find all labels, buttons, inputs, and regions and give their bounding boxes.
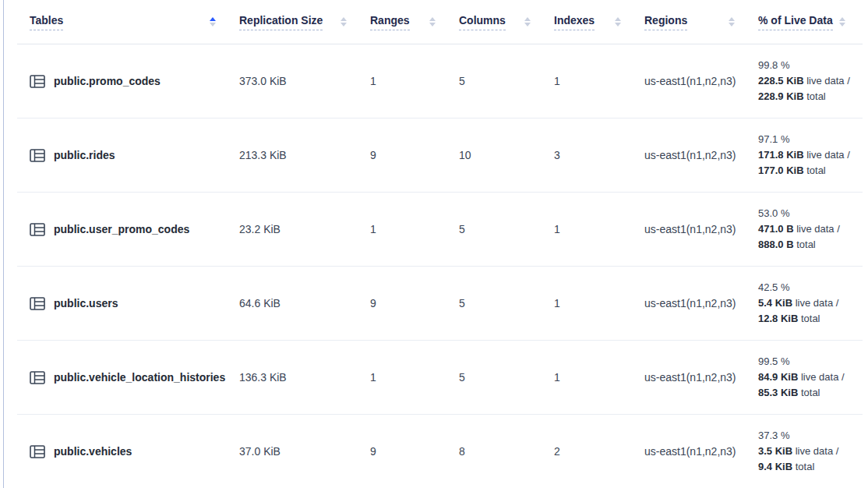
caret-down-icon <box>210 23 216 27</box>
table-icon <box>30 223 45 236</box>
live-data-size-line: 3.5 KiB live data / <box>758 444 863 459</box>
ranges-cell: 1 <box>370 193 459 267</box>
caret-down-icon <box>524 23 531 27</box>
total-size-line: 228.9 KiB total <box>758 89 863 104</box>
caret-down-icon <box>429 23 436 27</box>
replication-size-cell: 64.6 KiB <box>239 267 370 341</box>
regions-cell: us-east1(n1,n2,n3) <box>644 341 758 415</box>
column-header-regions[interactable]: Regions <box>644 0 758 44</box>
live-data-size-line: 171.8 KiB live data / <box>758 147 863 163</box>
table-name-link[interactable]: public.vehicles <box>54 445 132 458</box>
indexes-cell: 1 <box>554 44 644 118</box>
sort-icon[interactable] <box>729 17 735 27</box>
table-row[interactable]: public.promo_codes 373.0 KiB 1 5 1 us-ea… <box>17 44 863 118</box>
column-header-regions-label: Regions <box>644 14 687 30</box>
columns-cell: 5 <box>459 341 554 415</box>
replication-size-cell: 213.3 KiB <box>239 118 370 193</box>
sort-icon[interactable] <box>340 17 347 27</box>
live-data-cell: 53.0 % 471.0 B live data / 888.0 B total <box>758 193 863 267</box>
live-data-percent: 53.0 % <box>758 206 863 221</box>
table-name-cell: public.vehicles <box>17 415 239 488</box>
database-tables-list: Tables Replication Size Ranges Columns <box>17 0 863 488</box>
regions-cell: us-east1(n1,n2,n3) <box>644 44 758 118</box>
live-data-percent: 99.8 % <box>758 58 863 73</box>
total-size-line: 888.0 B total <box>758 237 863 253</box>
indexes-cell: 1 <box>554 193 644 267</box>
table-name-link[interactable]: public.promo_codes <box>54 75 161 87</box>
column-header-ranges[interactable]: Ranges <box>370 0 459 44</box>
indexes-cell: 1 <box>554 341 644 415</box>
columns-cell: 8 <box>459 415 554 488</box>
table-row[interactable]: public.rides 213.3 KiB 9 10 3 us-east1(n… <box>17 118 863 193</box>
left-edge-divider <box>3 0 4 488</box>
caret-up-icon <box>839 17 845 21</box>
table-name-link[interactable]: public.user_promo_codes <box>54 223 189 235</box>
table-name-cell: public.vehicle_location_histories <box>17 341 239 415</box>
column-header-tables[interactable]: Tables <box>17 0 239 44</box>
sort-icon[interactable] <box>524 17 531 27</box>
replication-size-cell: 23.2 KiB <box>239 193 370 267</box>
live-data-size-line: 228.5 KiB live data / <box>758 73 863 89</box>
live-data-size-line: 5.4 KiB live data / <box>758 295 863 311</box>
ranges-cell: 9 <box>370 415 459 488</box>
regions-cell: us-east1(n1,n2,n3) <box>644 267 758 341</box>
column-header-tables-label: Tables <box>30 14 63 30</box>
column-header-indexes[interactable]: Indexes <box>554 0 644 44</box>
table-icon <box>30 445 45 458</box>
table-name-link[interactable]: public.users <box>54 297 118 309</box>
column-header-live-data[interactable]: % of Live Data <box>758 0 863 44</box>
column-header-live-data-label: % of Live Data <box>758 14 833 30</box>
replication-size-cell: 136.3 KiB <box>239 341 370 415</box>
sort-icon[interactable] <box>210 17 216 27</box>
ranges-cell: 9 <box>370 267 459 341</box>
table-icon <box>30 75 45 88</box>
live-data-size-line: 471.0 B live data / <box>758 221 863 237</box>
live-data-cell: 37.3 % 3.5 KiB live data / 9.4 KiB total <box>758 415 863 488</box>
table-row[interactable]: public.vehicle_location_histories 136.3 … <box>17 341 863 415</box>
live-data-percent: 37.3 % <box>758 428 863 444</box>
live-data-percent: 99.5 % <box>758 354 863 370</box>
replication-size-cell: 37.0 KiB <box>239 415 370 488</box>
ranges-cell: 1 <box>370 44 459 118</box>
table-name-cell: public.user_promo_codes <box>17 193 239 267</box>
columns-cell: 5 <box>459 44 554 118</box>
table-name-link[interactable]: public.vehicle_location_histories <box>54 371 225 384</box>
column-header-ranges-label: Ranges <box>370 14 410 30</box>
column-header-indexes-label: Indexes <box>554 14 595 30</box>
regions-cell: us-east1(n1,n2,n3) <box>644 193 758 267</box>
caret-up-icon <box>340 17 347 21</box>
live-data-cell: 97.1 % 171.8 KiB live data / 177.0 KiB t… <box>758 118 863 193</box>
replication-size-cell: 373.0 KiB <box>239 44 370 118</box>
table-icon <box>30 371 45 384</box>
sort-icon[interactable] <box>839 17 845 27</box>
live-data-cell: 42.5 % 5.4 KiB live data / 12.8 KiB tota… <box>758 267 863 341</box>
ranges-cell: 1 <box>370 341 459 415</box>
columns-cell: 5 <box>459 267 554 341</box>
table-name-cell: public.rides <box>17 118 239 193</box>
column-header-columns[interactable]: Columns <box>459 0 554 44</box>
table-row[interactable]: public.user_promo_codes 23.2 KiB 1 5 1 u… <box>17 193 863 267</box>
live-data-cell: 99.5 % 84.9 KiB live data / 85.3 KiB tot… <box>758 341 863 415</box>
live-data-percent: 97.1 % <box>758 132 863 147</box>
sort-icon[interactable] <box>429 17 436 27</box>
table-icon <box>30 149 45 162</box>
regions-cell: us-east1(n1,n2,n3) <box>644 118 758 193</box>
caret-down-icon <box>615 23 621 27</box>
table-row[interactable]: public.vehicles 37.0 KiB 9 8 2 us-east1(… <box>17 415 863 488</box>
caret-down-icon <box>729 23 735 27</box>
table-row[interactable]: public.users 64.6 KiB 9 5 1 us-east1(n1,… <box>17 267 863 341</box>
column-header-replication-size-label: Replication Size <box>239 14 323 30</box>
sort-icon[interactable] <box>615 17 621 27</box>
indexes-cell: 3 <box>554 118 644 193</box>
indexes-cell: 2 <box>554 415 644 488</box>
column-header-replication-size[interactable]: Replication Size <box>239 0 370 44</box>
total-size-line: 85.3 KiB total <box>758 385 863 401</box>
live-data-size-line: 84.9 KiB live data / <box>758 370 863 385</box>
live-data-percent: 42.5 % <box>758 280 863 295</box>
caret-up-icon <box>429 17 436 21</box>
columns-cell: 10 <box>459 118 554 193</box>
caret-up-icon <box>615 17 621 21</box>
caret-up-icon <box>729 17 735 21</box>
caret-up-icon <box>210 17 216 21</box>
table-name-link[interactable]: public.rides <box>54 149 115 161</box>
